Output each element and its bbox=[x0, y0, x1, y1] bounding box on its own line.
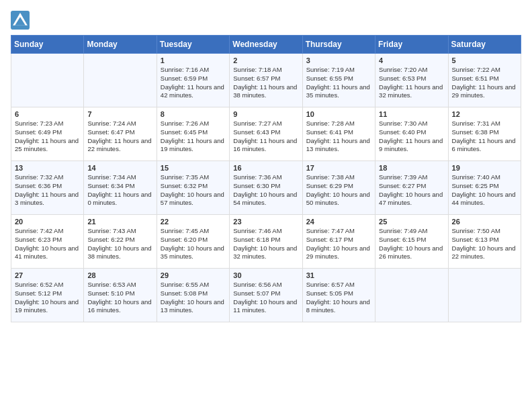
calendar-cell: 30Sunrise: 6:56 AM Sunset: 5:07 PM Dayli… bbox=[230, 269, 302, 322]
day-number: 8 bbox=[161, 110, 226, 118]
day-number: 1 bbox=[161, 56, 226, 64]
calendar-cell: 10Sunrise: 7:28 AM Sunset: 6:41 PM Dayli… bbox=[302, 107, 375, 161]
day-content: Sunrise: 7:20 AM Sunset: 6:53 PM Dayligh… bbox=[379, 66, 444, 100]
day-header-sunday: Sunday bbox=[11, 36, 84, 54]
calendar-cell: 22Sunrise: 7:45 AM Sunset: 6:20 PM Dayli… bbox=[157, 215, 229, 269]
day-header-thursday: Thursday bbox=[302, 36, 375, 54]
calendar-cell: 15Sunrise: 7:35 AM Sunset: 6:32 PM Dayli… bbox=[157, 161, 229, 215]
day-number: 19 bbox=[452, 164, 517, 172]
calendar-cell: 28Sunrise: 6:53 AM Sunset: 5:10 PM Dayli… bbox=[84, 269, 157, 322]
logo bbox=[11, 11, 32, 30]
day-content: Sunrise: 7:24 AM Sunset: 6:47 PM Dayligh… bbox=[87, 120, 152, 154]
day-number: 5 bbox=[452, 56, 517, 64]
day-header-saturday: Saturday bbox=[448, 36, 521, 54]
day-header-friday: Friday bbox=[375, 36, 448, 54]
day-number: 2 bbox=[233, 56, 298, 64]
calendar-cell: 11Sunrise: 7:30 AM Sunset: 6:40 PM Dayli… bbox=[375, 107, 448, 161]
day-number: 26 bbox=[452, 218, 517, 226]
day-content: Sunrise: 7:49 AM Sunset: 6:15 PM Dayligh… bbox=[379, 227, 444, 261]
calendar-cell: 3Sunrise: 7:19 AM Sunset: 6:55 PM Daylig… bbox=[302, 54, 375, 107]
calendar-cell bbox=[448, 269, 521, 322]
calendar-cell: 16Sunrise: 7:36 AM Sunset: 6:30 PM Dayli… bbox=[230, 161, 302, 215]
day-content: Sunrise: 7:31 AM Sunset: 6:38 PM Dayligh… bbox=[452, 120, 517, 154]
day-content: Sunrise: 6:52 AM Sunset: 5:12 PM Dayligh… bbox=[15, 281, 80, 315]
day-content: Sunrise: 7:50 AM Sunset: 6:13 PM Dayligh… bbox=[452, 227, 517, 261]
calendar-cell bbox=[11, 54, 84, 107]
day-content: Sunrise: 7:26 AM Sunset: 6:45 PM Dayligh… bbox=[161, 120, 226, 154]
day-content: Sunrise: 7:38 AM Sunset: 6:29 PM Dayligh… bbox=[306, 173, 371, 208]
day-number: 21 bbox=[87, 218, 152, 226]
day-number: 25 bbox=[379, 218, 444, 226]
calendar-cell: 9Sunrise: 7:27 AM Sunset: 6:43 PM Daylig… bbox=[230, 107, 302, 161]
day-content: Sunrise: 7:32 AM Sunset: 6:36 PM Dayligh… bbox=[15, 173, 80, 208]
calendar-cell: 2Sunrise: 7:18 AM Sunset: 6:57 PM Daylig… bbox=[230, 54, 302, 107]
day-content: Sunrise: 7:30 AM Sunset: 6:40 PM Dayligh… bbox=[379, 120, 444, 154]
day-content: Sunrise: 6:53 AM Sunset: 5:10 PM Dayligh… bbox=[87, 281, 152, 315]
day-number: 18 bbox=[379, 164, 444, 172]
day-number: 10 bbox=[306, 110, 371, 118]
calendar-cell: 8Sunrise: 7:26 AM Sunset: 6:45 PM Daylig… bbox=[157, 107, 229, 161]
calendar-cell: 13Sunrise: 7:32 AM Sunset: 6:36 PM Dayli… bbox=[11, 161, 84, 215]
calendar-cell: 20Sunrise: 7:42 AM Sunset: 6:23 PM Dayli… bbox=[11, 215, 84, 269]
day-number: 29 bbox=[161, 271, 226, 279]
calendar-cell: 14Sunrise: 7:34 AM Sunset: 6:34 PM Dayli… bbox=[84, 161, 157, 215]
day-number: 17 bbox=[306, 164, 371, 172]
calendar-week-2: 6Sunrise: 7:23 AM Sunset: 6:49 PM Daylig… bbox=[11, 107, 521, 161]
day-content: Sunrise: 7:35 AM Sunset: 6:32 PM Dayligh… bbox=[161, 173, 226, 208]
day-content: Sunrise: 6:57 AM Sunset: 5:05 PM Dayligh… bbox=[306, 281, 371, 315]
day-number: 28 bbox=[87, 271, 152, 279]
day-number: 22 bbox=[161, 218, 226, 226]
day-number: 11 bbox=[379, 110, 444, 118]
header-row: SundayMondayTuesdayWednesdayThursdayFrid… bbox=[11, 36, 521, 54]
calendar-cell: 7Sunrise: 7:24 AM Sunset: 6:47 PM Daylig… bbox=[84, 107, 157, 161]
calendar-cell bbox=[375, 269, 448, 322]
calendar-cell: 6Sunrise: 7:23 AM Sunset: 6:49 PM Daylig… bbox=[11, 107, 84, 161]
day-content: Sunrise: 6:55 AM Sunset: 5:08 PM Dayligh… bbox=[161, 281, 226, 315]
calendar-cell: 18Sunrise: 7:39 AM Sunset: 6:27 PM Dayli… bbox=[375, 161, 448, 215]
day-content: Sunrise: 7:18 AM Sunset: 6:57 PM Dayligh… bbox=[233, 66, 298, 100]
calendar-cell: 19Sunrise: 7:40 AM Sunset: 6:25 PM Dayli… bbox=[448, 161, 521, 215]
day-number: 3 bbox=[306, 56, 371, 64]
day-content: Sunrise: 7:36 AM Sunset: 6:30 PM Dayligh… bbox=[233, 173, 298, 208]
day-number: 13 bbox=[15, 164, 80, 172]
calendar-table: SundayMondayTuesdayWednesdayThursdayFrid… bbox=[11, 35, 521, 322]
day-number: 7 bbox=[87, 110, 152, 118]
calendar-cell: 26Sunrise: 7:50 AM Sunset: 6:13 PM Dayli… bbox=[448, 215, 521, 269]
day-content: Sunrise: 7:34 AM Sunset: 6:34 PM Dayligh… bbox=[87, 173, 152, 208]
calendar-week-5: 27Sunrise: 6:52 AM Sunset: 5:12 PM Dayli… bbox=[11, 269, 521, 322]
day-number: 6 bbox=[15, 110, 80, 118]
day-number: 27 bbox=[15, 271, 80, 279]
day-content: Sunrise: 7:47 AM Sunset: 6:17 PM Dayligh… bbox=[306, 227, 371, 261]
day-content: Sunrise: 7:46 AM Sunset: 6:18 PM Dayligh… bbox=[233, 227, 298, 261]
day-content: Sunrise: 7:19 AM Sunset: 6:55 PM Dayligh… bbox=[306, 66, 371, 100]
calendar-cell: 21Sunrise: 7:43 AM Sunset: 6:22 PM Dayli… bbox=[84, 215, 157, 269]
day-content: Sunrise: 7:43 AM Sunset: 6:22 PM Dayligh… bbox=[87, 227, 152, 261]
day-number: 14 bbox=[87, 164, 152, 172]
page-header bbox=[11, 11, 521, 30]
day-content: Sunrise: 7:22 AM Sunset: 6:51 PM Dayligh… bbox=[452, 66, 517, 100]
day-number: 9 bbox=[233, 110, 298, 118]
day-content: Sunrise: 7:40 AM Sunset: 6:25 PM Dayligh… bbox=[452, 173, 517, 208]
day-content: Sunrise: 7:28 AM Sunset: 6:41 PM Dayligh… bbox=[306, 120, 371, 154]
logo-icon bbox=[11, 11, 30, 30]
day-content: Sunrise: 7:23 AM Sunset: 6:49 PM Dayligh… bbox=[15, 120, 80, 154]
day-number: 12 bbox=[452, 110, 517, 118]
day-number: 24 bbox=[306, 218, 371, 226]
day-header-tuesday: Tuesday bbox=[157, 36, 229, 54]
day-number: 30 bbox=[233, 271, 298, 279]
calendar-cell: 5Sunrise: 7:22 AM Sunset: 6:51 PM Daylig… bbox=[448, 54, 521, 107]
calendar-cell: 24Sunrise: 7:47 AM Sunset: 6:17 PM Dayli… bbox=[302, 215, 375, 269]
day-content: Sunrise: 7:27 AM Sunset: 6:43 PM Dayligh… bbox=[233, 120, 298, 154]
calendar-cell: 25Sunrise: 7:49 AM Sunset: 6:15 PM Dayli… bbox=[375, 215, 448, 269]
day-number: 31 bbox=[306, 271, 371, 279]
calendar-cell: 17Sunrise: 7:38 AM Sunset: 6:29 PM Dayli… bbox=[302, 161, 375, 215]
calendar-cell: 4Sunrise: 7:20 AM Sunset: 6:53 PM Daylig… bbox=[375, 54, 448, 107]
day-content: Sunrise: 6:56 AM Sunset: 5:07 PM Dayligh… bbox=[233, 281, 298, 315]
calendar-cell: 1Sunrise: 7:16 AM Sunset: 6:59 PM Daylig… bbox=[157, 54, 229, 107]
calendar-week-1: 1Sunrise: 7:16 AM Sunset: 6:59 PM Daylig… bbox=[11, 54, 521, 107]
day-content: Sunrise: 7:42 AM Sunset: 6:23 PM Dayligh… bbox=[15, 227, 80, 261]
day-number: 23 bbox=[233, 218, 298, 226]
calendar-cell: 29Sunrise: 6:55 AM Sunset: 5:08 PM Dayli… bbox=[157, 269, 229, 322]
day-content: Sunrise: 7:45 AM Sunset: 6:20 PM Dayligh… bbox=[161, 227, 226, 261]
calendar-body: 1Sunrise: 7:16 AM Sunset: 6:59 PM Daylig… bbox=[11, 54, 521, 322]
